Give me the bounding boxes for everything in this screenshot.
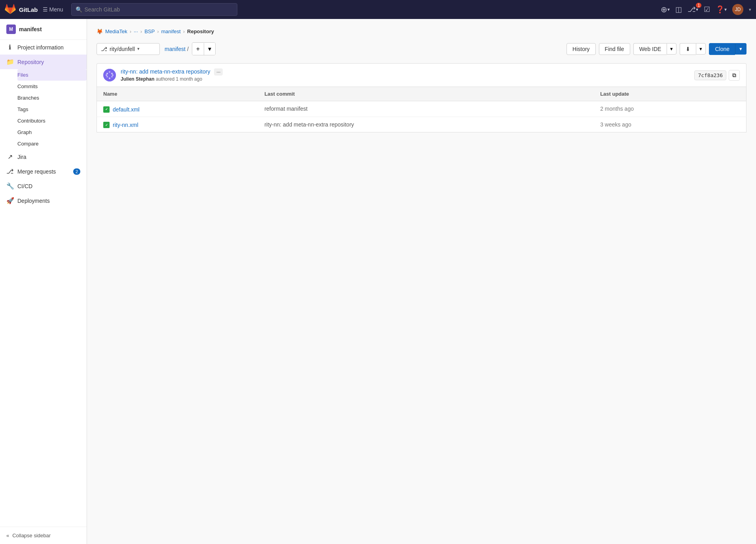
svg-point-4	[106, 76, 108, 77]
repository-icon: 📁	[6, 58, 13, 66]
todos-icon[interactable]: ☑	[704, 5, 710, 14]
merge-requests-badge: 1	[696, 3, 701, 8]
breadcrumb-bsp[interactable]: BSP	[144, 28, 155, 34]
sidebar-item-merge-requests[interactable]: ⎇ Merge requests 2	[0, 164, 87, 179]
toolbar: ⎇ rity/dunfell ▾ manifest / + ▾ History …	[97, 42, 747, 55]
branch-chevron-icon: ▾	[137, 46, 140, 51]
sidebar-label-repository: Repository	[17, 59, 44, 65]
project-name: manifest	[19, 26, 42, 32]
collapse-icon: «	[6, 533, 9, 538]
clone-button-group: Clone ▾	[709, 43, 747, 55]
sidebar-label-deployments: Deployments	[17, 198, 50, 204]
svg-point-3	[111, 73, 113, 74]
add-dropdown-button[interactable]: ▾	[204, 43, 215, 55]
clone-button[interactable]: Clone	[709, 43, 735, 55]
branch-selector[interactable]: ⎇ rity/dunfell ▾	[97, 43, 160, 55]
sidebar-item-repository[interactable]: 📁 Repository	[0, 55, 87, 69]
breadcrumb-mediatek[interactable]: MediaTek	[105, 28, 127, 34]
collapse-sidebar-button[interactable]: « Collapse sidebar	[0, 527, 87, 544]
search-bar[interactable]: 🔍	[71, 3, 237, 16]
commit-dots-button[interactable]: ···	[214, 68, 223, 76]
merge-requests-icon: ⎇	[6, 168, 13, 175]
col-last-commit: Last commit	[258, 87, 594, 101]
gitlab-wordmark: GitLab	[19, 6, 38, 13]
search-input[interactable]	[85, 6, 233, 13]
file-link[interactable]: default.xml	[113, 106, 140, 113]
last-update-cell: 2 months ago	[594, 101, 746, 117]
last-commit-cell: reformat manifest	[258, 101, 594, 117]
sidebar-item-files[interactable]: Files	[17, 69, 87, 81]
sidebar-item-jira[interactable]: ↗ Jira	[0, 149, 87, 164]
file-link[interactable]: rity-nn.xml	[113, 122, 138, 128]
last-commit-link[interactable]: rity-nn: add meta-nn-extra repository	[264, 121, 354, 128]
download-button-group: ⬇ ▾	[680, 43, 706, 55]
avatar[interactable]: JD	[732, 4, 743, 15]
gitlab-logo[interactable]: GitLab	[5, 4, 38, 15]
breadcrumb-current: Repository	[187, 28, 214, 34]
sidebar-label-jira: Jira	[17, 154, 27, 160]
add-file-button[interactable]: +	[192, 43, 204, 55]
layout: M manifest ℹ Project information 📁 Repos…	[0, 19, 756, 544]
xml-icon: ✓	[103, 122, 110, 128]
deployments-icon: 🚀	[6, 197, 13, 204]
sidebar-item-project-information[interactable]: ℹ Project information	[0, 40, 87, 55]
sidebar-item-commits[interactable]: Commits	[17, 81, 87, 92]
commit-hash-area: 7cf8a236 ⧉	[694, 70, 740, 81]
sidebar-item-tags[interactable]: Tags	[17, 104, 87, 115]
jira-icon: ↗	[6, 153, 13, 161]
web-ide-button[interactable]: Web IDE	[633, 43, 667, 55]
merge-requests-icon[interactable]: ⎇ 1 ▾	[688, 5, 698, 14]
clone-dropdown[interactable]: ▾	[735, 43, 747, 55]
sidebar-label-branches: Branches	[17, 95, 39, 101]
svg-point-7	[106, 74, 107, 76]
topnav-actions: ⊕ ▾ ◫ ⎇ 1 ▾ ☑ ❓ ▾ JD ▾	[661, 4, 751, 15]
file-table-body: ✓ default.xml reformat manifest 2 months…	[97, 101, 747, 132]
file-table-header-row: Name Last commit Last update	[97, 87, 747, 101]
svg-point-2	[109, 71, 110, 73]
download-button[interactable]: ⬇	[680, 43, 696, 55]
commit-info: rity-nn: add meta-nn-extra repository ··…	[121, 68, 694, 82]
table-row: ✓ default.xml reformat manifest 2 months…	[97, 101, 747, 117]
breadcrumb: 🦊 MediaTek › ··· › BSP › manifest › Repo…	[97, 28, 747, 34]
sidebar-merge-requests-badge: 2	[73, 168, 80, 175]
last-commit-cell: rity-nn: add meta-nn-extra repository	[258, 117, 594, 132]
sidebar-item-ci-cd[interactable]: 🔧 CI/CD	[0, 179, 87, 193]
history-button[interactable]: History	[567, 43, 596, 55]
commit-meta: Julien Stephan authored 1 month ago	[121, 76, 694, 82]
sidebar-item-branches[interactable]: Branches	[17, 92, 87, 104]
commit-author-avatar	[103, 69, 116, 81]
path-root-link[interactable]: manifest	[165, 46, 186, 52]
menu-button[interactable]: ☰ Menu	[43, 6, 63, 13]
xml-icon: ✓	[103, 106, 110, 113]
download-dropdown[interactable]: ▾	[696, 43, 706, 55]
collapse-label: Collapse sidebar	[12, 533, 51, 538]
sidebar-item-compare[interactable]: Compare	[17, 138, 87, 149]
web-ide-dropdown[interactable]: ▾	[667, 43, 676, 55]
help-icon[interactable]: ❓ ▾	[716, 5, 727, 14]
project-avatar: M	[6, 25, 16, 34]
branch-name: rity/dunfell	[110, 46, 135, 52]
create-button[interactable]: ⊕ ▾	[661, 5, 670, 14]
svg-point-5	[109, 77, 110, 79]
copy-hash-button[interactable]: ⧉	[729, 70, 740, 81]
find-file-button[interactable]: Find file	[599, 43, 630, 55]
last-commit-link[interactable]: reformat manifest	[264, 106, 307, 112]
file-table: Name Last commit Last update ✓ default.x…	[97, 87, 747, 132]
commit-hash-code: 7cf8a236	[694, 70, 726, 80]
sidebar-label-tags: Tags	[17, 106, 28, 112]
col-last-update: Last update	[594, 87, 746, 101]
table-row: ✓ rity-nn.xml rity-nn: add meta-nn-extra…	[97, 117, 747, 132]
issues-icon[interactable]: ◫	[675, 5, 682, 14]
commit-message-link[interactable]: rity-nn: add meta-nn-extra repository	[121, 68, 210, 75]
main-content: 🦊 MediaTek › ··· › BSP › manifest › Repo…	[87, 19, 756, 544]
breadcrumb-manifest[interactable]: manifest	[161, 28, 181, 34]
file-name-cell: ✓ default.xml	[97, 101, 258, 117]
breadcrumb-dots[interactable]: ···	[134, 28, 138, 34]
sidebar-item-contributors[interactable]: Contributors	[17, 115, 87, 127]
sidebar-label-compare: Compare	[17, 141, 38, 147]
sidebar-item-deployments[interactable]: 🚀 Deployments	[0, 193, 87, 208]
sidebar-item-graph[interactable]: Graph	[17, 127, 87, 138]
sidebar-project[interactable]: M manifest	[0, 19, 87, 40]
breadcrumb-icon: 🦊	[97, 28, 103, 34]
sidebar-label-contributors: Contributors	[17, 118, 45, 124]
